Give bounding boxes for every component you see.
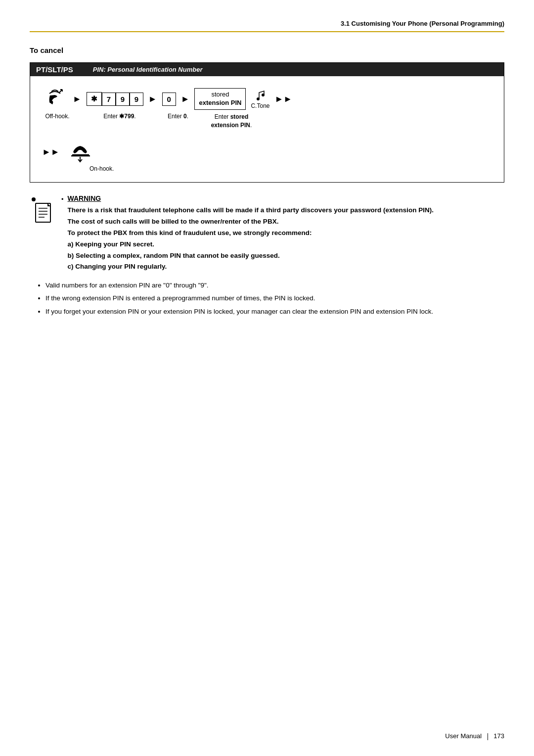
warning-item-a: a) Keeping your PIN secret. [68, 239, 434, 249]
procedure-box: PT/SLT/PS PIN: Personal Identification N… [30, 62, 504, 183]
dbl-arrow-1: ►► [274, 94, 292, 104]
pt-label: PT/SLT/PS [36, 65, 73, 74]
warning-title: WARNING [68, 194, 434, 202]
dbl-arrow-2: ►► [42, 147, 60, 157]
enter0-label: Enter 0. [166, 113, 190, 120]
svg-point-2 [32, 197, 36, 201]
bullet-item-3: If you forget your extension PIN or your… [45, 307, 504, 317]
enter799-label: Enter ✱799. [88, 113, 152, 120]
warning-item-c: c) Changing your PIN regularly. [68, 262, 434, 272]
warning-item-b: b) Selecting a complex, random PIN that … [68, 251, 434, 261]
onhook-label: On-hook. [89, 165, 114, 172]
footer-label: User Manual [445, 732, 482, 740]
procedure-box-header: PT/SLT/PS PIN: Personal Identification N… [30, 63, 504, 76]
key-group-799: ✱ 7 9 9 [87, 92, 143, 106]
bullet-item-2: If the wrong extension PIN is entered a … [45, 293, 504, 303]
warning-list: a) Keeping your PIN secret. b) Selecting… [68, 239, 434, 272]
header-title: 3.1 Customising Your Phone (Personal Pro… [341, 20, 504, 27]
key-9a: 9 [116, 93, 130, 106]
stored-line2: extension PIN [199, 99, 241, 106]
warning-content: • WARNING There is a risk that fraudulen… [61, 194, 504, 273]
key-9b: 9 [130, 93, 143, 106]
warning-text2: The cost of such calls will be billed to… [68, 217, 434, 227]
labels-row2: On-hook. [65, 165, 492, 172]
warning-text3: To protect the PBX from this kind of fra… [68, 228, 434, 238]
key-star: ✱ [87, 92, 102, 106]
svg-point-1 [262, 94, 265, 96]
svg-point-0 [257, 97, 260, 100]
warning-icon [30, 194, 53, 224]
procedure-box-body: ► ✱ 7 9 9 ► 0 ► stored extension PIN [30, 76, 504, 182]
ctone-area: C.Tone [251, 89, 269, 109]
arrow-1: ► [73, 94, 82, 104]
step-flow-row2: ►► [42, 140, 492, 165]
warning-section: • WARNING There is a risk that fraudulen… [30, 194, 504, 273]
footer-divider [488, 733, 488, 740]
arrow-3: ► [181, 94, 190, 104]
pin-note: PIN: Personal Identification Number [93, 66, 203, 73]
enter-stored-label: Enter stored extension PIN. [204, 113, 259, 130]
warning-text1: There is a risk that fraudulent telephon… [68, 205, 434, 215]
ctone-label: C.Tone [251, 102, 269, 109]
phone-offhook-icon [42, 86, 68, 112]
footer-page: 173 [493, 732, 504, 740]
bullet-list: Valid numbers for an extension PIN are "… [45, 281, 504, 317]
section-title: To cancel [30, 46, 504, 54]
step-flow-row1: ► ✱ 7 9 9 ► 0 ► stored extension PIN [42, 86, 492, 112]
key-7: 7 [102, 93, 116, 106]
bullet-item-1: Valid numbers for an extension PIN are "… [45, 281, 504, 290]
labels-row1: Off-hook. Enter ✱799. Enter 0. Ente [42, 113, 492, 130]
page-header: 3.1 Customising Your Phone (Personal Pro… [30, 20, 504, 32]
arrow-2: ► [148, 94, 157, 104]
stored-pin-box: stored extension PIN [194, 88, 246, 110]
page-footer: User Manual 173 [445, 732, 504, 740]
key-0: 0 [162, 93, 176, 106]
stored-line1: stored [211, 91, 229, 98]
phone-onhook-icon [68, 140, 93, 165]
offhook-label: Off-hook. [42, 113, 73, 120]
